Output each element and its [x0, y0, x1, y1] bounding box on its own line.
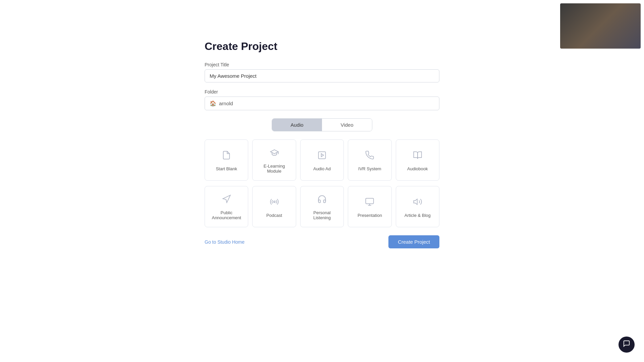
form-container: Create Project Project Title Folder 🏠 ar… [205, 40, 439, 248]
personal-listening-label: Personal Listening [306, 210, 338, 220]
project-title-input[interactable] [205, 69, 439, 82]
folder-group: Folder 🏠 arnold [205, 89, 439, 110]
article-blog-icon [413, 197, 422, 209]
go-home-link[interactable]: Go to Studio Home [205, 239, 245, 245]
presentation-label: Presentation [358, 213, 382, 218]
project-title-label: Project Title [205, 62, 439, 67]
ivr-system-label: IVR System [358, 166, 381, 171]
public-announcement-label: Public Announcement [210, 210, 243, 220]
audiobook-label: Audiobook [407, 166, 428, 171]
main-content: Create Project Project Title Folder 🏠 ar… [0, 0, 644, 248]
tab-group: Audio Video [272, 118, 372, 131]
podcast-icon [270, 197, 279, 209]
article-blog-label: Article & Blog [405, 213, 431, 218]
e-learning-icon [270, 148, 279, 160]
chat-bubble-button[interactable] [619, 337, 635, 353]
template-ivr-system[interactable]: IVR System [348, 139, 391, 181]
presentation-icon [365, 197, 374, 209]
footer-actions: Go to Studio Home Create Project [205, 235, 439, 248]
template-start-blank[interactable]: Start Blank [205, 139, 248, 181]
home-icon: 🏠 [210, 100, 216, 107]
audiobook-icon [413, 150, 422, 162]
tab-audio[interactable]: Audio [272, 119, 322, 131]
audio-ad-icon [317, 150, 327, 162]
start-blank-icon [222, 150, 231, 162]
template-podcast[interactable]: Podcast [252, 186, 296, 227]
template-article-blog[interactable]: Article & Blog [396, 186, 439, 227]
e-learning-label: E-Learning Module [258, 164, 290, 174]
svg-rect-0 [318, 152, 325, 159]
ivr-system-icon [365, 150, 374, 162]
audio-ad-label: Audio Ad [313, 166, 331, 171]
folder-value: arnold [219, 101, 233, 106]
create-project-button[interactable]: Create Project [388, 235, 439, 248]
templates-row2: Public Announcement Podcast [205, 186, 439, 227]
chat-icon [623, 340, 630, 349]
template-audiobook[interactable]: Audiobook [396, 139, 439, 181]
template-e-learning[interactable]: E-Learning Module [252, 139, 296, 181]
templates-row1: Start Blank E-Learning Module [205, 139, 439, 181]
svg-point-2 [273, 201, 275, 202]
svg-marker-4 [414, 199, 417, 204]
public-announcement-icon [222, 194, 231, 206]
folder-input-wrapper[interactable]: 🏠 arnold [205, 97, 439, 110]
webcam-feed [560, 3, 641, 49]
template-public-announcement[interactable]: Public Announcement [205, 186, 248, 227]
template-audio-ad[interactable]: Audio Ad [300, 139, 344, 181]
template-presentation[interactable]: Presentation [348, 186, 391, 227]
svg-rect-3 [366, 198, 374, 203]
folder-label: Folder [205, 89, 439, 95]
project-title-group: Project Title [205, 62, 439, 82]
svg-marker-1 [321, 154, 324, 157]
podcast-label: Podcast [266, 213, 282, 218]
webcam-overlay [560, 3, 641, 49]
personal-listening-icon [317, 194, 327, 206]
page-title: Create Project [205, 40, 439, 53]
template-personal-listening[interactable]: Personal Listening [300, 186, 344, 227]
tab-video[interactable]: Video [322, 119, 372, 131]
start-blank-label: Start Blank [216, 166, 237, 171]
